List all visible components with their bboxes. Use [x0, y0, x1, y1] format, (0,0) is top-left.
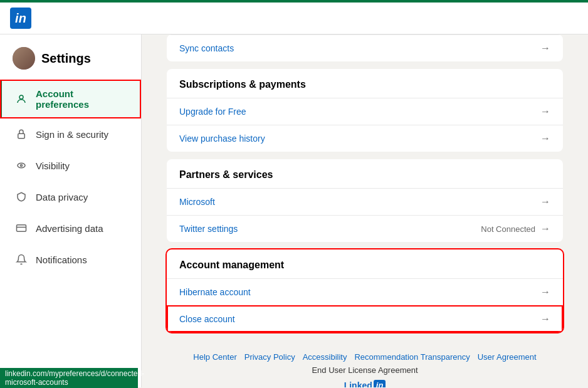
- twitter-settings-label: Twitter settings: [179, 224, 238, 234]
- status-bar: linkedin.com/mypreferences/d/connected-m…: [0, 368, 138, 388]
- status-bar-text: linkedin.com/mypreferences/d/connected-m…: [5, 369, 144, 387]
- footer-links: Help Center Privacy Policy Accessibility…: [167, 352, 563, 362]
- arrow-icon: →: [540, 313, 550, 325]
- sidebar-title: Settings: [41, 51, 91, 66]
- upgrade-free-label: Upgrade for Free: [179, 107, 246, 117]
- sidebar-item-label: Account preferences: [36, 88, 129, 110]
- help-center-link[interactable]: Help Center: [193, 352, 236, 362]
- purchase-history-label: View purchase history: [179, 134, 265, 144]
- sidebar-nav: Account preferences Sign in & security V…: [0, 80, 141, 275]
- svg-point-3: [21, 165, 23, 167]
- upgrade-free-item[interactable]: Upgrade for Free →: [167, 98, 563, 125]
- sidebar-item-label: Notifications: [36, 254, 87, 265]
- subscriptions-payments-title: Subscriptions & payments: [167, 69, 563, 98]
- sidebar-header: Settings: [0, 34, 141, 80]
- footer-logo: Linkedin: [167, 380, 563, 387]
- twitter-status: Not Connected: [481, 224, 535, 234]
- svg-point-0: [19, 95, 23, 99]
- sidebar: Settings Account preferences Sign in & s…: [0, 34, 142, 387]
- linkedin-footer-logo: Linkedin: [344, 380, 386, 387]
- footer-links-row2: End User License Agreement: [167, 365, 563, 375]
- linkedin-in-box: in: [374, 380, 386, 387]
- lock-icon: [14, 127, 28, 141]
- svg-rect-1: [18, 134, 25, 139]
- section-account-management: Account management Hibernate account → C…: [167, 249, 563, 332]
- avatar-image: [13, 47, 35, 70]
- sidebar-item-label: Advertising data: [36, 223, 103, 234]
- arrow-icon: →: [540, 286, 550, 298]
- hibernate-account-right: →: [540, 286, 550, 298]
- arrow-icon: →: [540, 223, 550, 234]
- arrow-icon: →: [540, 196, 550, 207]
- microsoft-item[interactable]: Microsoft →: [167, 188, 563, 215]
- svg-rect-4: [17, 225, 26, 232]
- app-header: in: [0, 3, 588, 34]
- avatar: [13, 47, 35, 70]
- arrow-icon: →: [540, 133, 550, 144]
- close-account-right: →: [540, 313, 550, 325]
- user-agreement-link[interactable]: User Agreement: [478, 352, 537, 362]
- footer: Help Center Privacy Policy Accessibility…: [167, 340, 563, 387]
- bell-icon: [14, 253, 28, 266]
- close-account-label: Close account: [179, 314, 235, 324]
- content-area: Sync contacts → Subscriptions & payments…: [142, 34, 588, 387]
- microsoft-label: Microsoft: [179, 197, 215, 207]
- eye-icon: [14, 159, 28, 172]
- sync-contacts-label: Sync contacts: [179, 43, 234, 53]
- sidebar-item-data-privacy[interactable]: Data privacy: [0, 181, 141, 212]
- purchase-history-right: →: [540, 133, 550, 144]
- microsoft-right: →: [540, 196, 550, 207]
- eula-link[interactable]: End User License Agreement: [312, 365, 417, 375]
- section-subscriptions-payments: Subscriptions & payments Upgrade for Fre…: [167, 69, 563, 152]
- sync-contacts-right: →: [540, 43, 550, 54]
- hibernate-account-item[interactable]: Hibernate account →: [167, 278, 563, 305]
- close-account-item[interactable]: Close account →: [167, 305, 563, 332]
- sidebar-item-label: Data privacy: [36, 192, 88, 202]
- section-partners-services: Partners & services Microsoft → Twitter …: [167, 159, 563, 242]
- sidebar-item-visibility[interactable]: Visibility: [0, 150, 141, 181]
- sidebar-item-account-preferences[interactable]: Account preferences: [0, 80, 141, 118]
- arrow-icon: →: [540, 43, 550, 54]
- upgrade-free-right: →: [540, 106, 550, 117]
- partners-services-title: Partners & services: [167, 159, 563, 188]
- privacy-policy-link[interactable]: Privacy Policy: [244, 352, 295, 362]
- sidebar-item-label: Sign in & security: [36, 129, 108, 140]
- twitter-settings-right: Not Connected →: [481, 223, 550, 234]
- accessibility-link[interactable]: Accessibility: [303, 352, 347, 362]
- card-icon: [14, 221, 28, 235]
- hibernate-account-label: Hibernate account: [179, 287, 251, 297]
- sidebar-item-notifications[interactable]: Notifications: [0, 244, 141, 275]
- purchase-history-item[interactable]: View purchase history →: [167, 125, 563, 152]
- person-icon: [14, 92, 28, 106]
- sync-contacts-item[interactable]: Sync contacts →: [167, 34, 563, 61]
- sidebar-item-advertising-data[interactable]: Advertising data: [0, 212, 141, 244]
- linkedin-text: Linked: [344, 380, 372, 388]
- recommendation-transparency-link[interactable]: Recommendation Transparency: [354, 352, 470, 362]
- sidebar-item-sign-in-security[interactable]: Sign in & security: [0, 118, 141, 150]
- twitter-settings-item[interactable]: Twitter settings Not Connected →: [167, 215, 563, 242]
- sidebar-item-label: Visibility: [36, 160, 70, 171]
- account-management-title: Account management: [167, 249, 563, 278]
- section-sync-contacts: Sync contacts →: [167, 34, 563, 61]
- arrow-icon: →: [540, 106, 550, 117]
- svg-point-2: [18, 163, 25, 168]
- linkedin-logo-icon: in: [10, 8, 31, 29]
- main-layout: Settings Account preferences Sign in & s…: [0, 34, 588, 387]
- shield-icon: [14, 190, 28, 204]
